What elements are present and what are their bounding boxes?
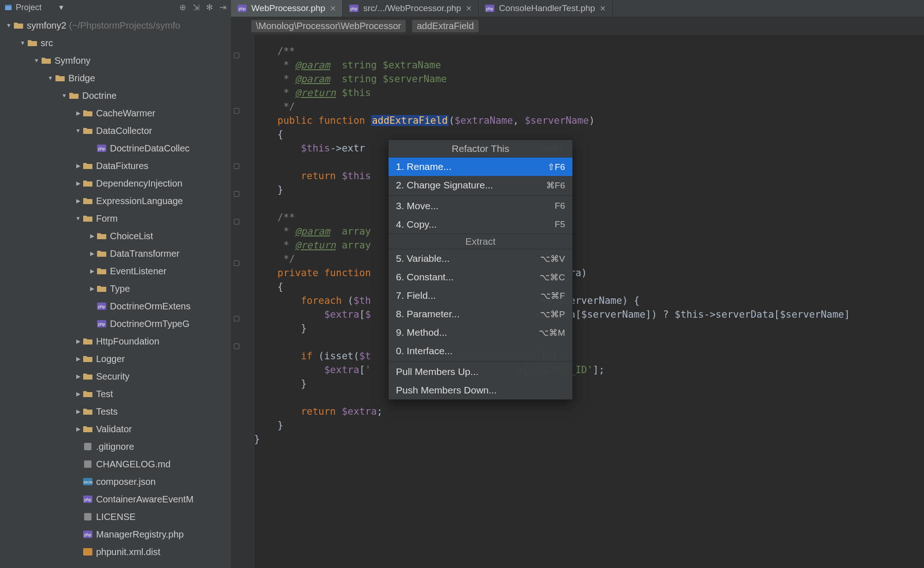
breadcrumb-member[interactable]: addExtraField	[412, 20, 478, 32]
tree-node[interactable]: ▼Bridge	[0, 69, 231, 87]
tree-label: DataTransformer	[110, 248, 179, 259]
project-selector[interactable]: Project ▾	[0, 2, 68, 12]
menu-item-label: 4. Copy...	[396, 219, 437, 230]
disclosure-triangle-icon[interactable]: ▶	[74, 391, 82, 397]
tree-node[interactable]: ▶Security	[0, 368, 231, 385]
menu-item-label: 1. Rename...	[396, 161, 451, 172]
locate-icon[interactable]: ⊕	[179, 2, 186, 12]
tree-node[interactable]: ▼symfony2(~/PhpstormProjects/symfo	[0, 17, 231, 34]
php-file-icon: php	[485, 5, 494, 12]
tree-node[interactable]: ▶Tests	[0, 403, 231, 420]
editor-tab[interactable]: phpsrc/.../WebProcessor.php✕	[343, 0, 479, 17]
txt-icon	[82, 460, 93, 468]
folder-icon	[68, 92, 79, 99]
tree-label: DataFixtures	[96, 161, 148, 171]
folder-icon	[41, 57, 52, 64]
tree-hint: (~/PhpstormProjects/symfo	[69, 20, 181, 31]
tree-node[interactable]: ▶DependencyInjection	[0, 175, 231, 192]
menu-item[interactable]: 9. Method...⌥⌘M	[389, 323, 572, 342]
disclosure-triangle-icon[interactable]: ▶	[74, 110, 82, 116]
menu-item-shortcut: F6	[555, 201, 565, 211]
editor-tab[interactable]: phpWebProcessor.php✕	[231, 0, 343, 17]
tree-node[interactable]: phpContainerAwareEventM	[0, 490, 231, 508]
disclosure-triangle-icon[interactable]: ▼	[18, 40, 27, 46]
tree-node[interactable]: ▶ExpressionLanguage	[0, 192, 231, 210]
disclosure-triangle-icon[interactable]: ▶	[88, 250, 96, 257]
disclosure-triangle-icon[interactable]: ▶	[74, 198, 82, 204]
disclosure-triangle-icon[interactable]: ▶	[74, 180, 82, 187]
hide-icon[interactable]: ⇥	[219, 2, 226, 12]
menu-item[interactable]: 6. Constant...⌥⌘C	[389, 268, 572, 286]
tree-node[interactable]: phpDoctrineOrmTypeG	[0, 315, 231, 332]
collapse-icon[interactable]: ⇲	[193, 2, 200, 12]
disclosure-triangle-icon[interactable]: ▼	[74, 215, 82, 222]
tree-node[interactable]: phpDoctrineDataCollec	[0, 139, 231, 157]
tree-node[interactable]: ▶DataTransformer	[0, 245, 231, 262]
project-tree[interactable]: ▼symfony2(~/PhpstormProjects/symfo▼src▼S…	[0, 15, 231, 568]
editor-tab[interactable]: phpConsoleHandlerTest.php✕	[479, 0, 613, 17]
tree-node[interactable]: ▶Type	[0, 280, 231, 297]
disclosure-triangle-icon[interactable]: ▶	[74, 163, 82, 169]
tree-node[interactable]: ▶EventListener	[0, 262, 231, 280]
disclosure-triangle-icon[interactable]: ▼	[60, 92, 68, 99]
disclosure-triangle-icon[interactable]: ▶	[74, 408, 82, 415]
tree-label: .gitignore	[96, 441, 134, 452]
tree-node[interactable]: ▶Test	[0, 385, 231, 403]
menu-item[interactable]: 3. Move...F6	[389, 197, 572, 215]
tree-node[interactable]: ▼DataCollector	[0, 122, 231, 139]
tree-node[interactable]: ▶DataFixtures	[0, 157, 231, 175]
disclosure-triangle-icon[interactable]: ▶	[88, 268, 96, 274]
disclosure-triangle-icon[interactable]: ▶	[74, 356, 82, 362]
docblock-return: $this	[342, 87, 371, 98]
disclosure-triangle-icon[interactable]: ▼	[5, 22, 13, 29]
tree-node[interactable]: .gitignore	[0, 438, 231, 455]
disclosure-triangle-icon[interactable]: ▼	[32, 57, 41, 64]
disclosure-triangle-icon[interactable]: ▶	[74, 373, 82, 380]
tree-node[interactable]: phpDoctrineOrmExtens	[0, 297, 231, 315]
popup-title: Refactor This	[389, 140, 572, 157]
menu-item[interactable]: Pull Members Up...	[389, 363, 572, 381]
tree-label: Type	[110, 284, 130, 294]
tree-node[interactable]: LICENSE	[0, 508, 231, 526]
close-icon[interactable]: ✕	[600, 4, 606, 13]
tree-node[interactable]: phpManagerRegistry.php	[0, 526, 231, 543]
menu-item[interactable]: 5. Variable...⌥⌘V	[389, 249, 572, 268]
menu-item[interactable]: 2. Change Signature...⌘F6	[389, 176, 572, 194]
tree-node[interactable]: ▶Logger	[0, 350, 231, 368]
close-icon[interactable]: ✕	[330, 4, 336, 13]
tree-label: Doctrine	[82, 91, 116, 101]
tree-node[interactable]: ▼Symfony	[0, 52, 231, 69]
close-icon[interactable]: ✕	[466, 4, 472, 13]
menu-item[interactable]: 0. Interface...	[389, 342, 572, 360]
tree-node[interactable]: ▶Validator	[0, 420, 231, 438]
menu-item[interactable]: 4. Copy...F5	[389, 215, 572, 234]
disclosure-triangle-icon[interactable]: ▶	[88, 285, 96, 292]
breadcrumb-path[interactable]: \Monolog\Processor\WebProcessor	[251, 20, 406, 32]
editor-code[interactable]: /** * @param string $extraName * @param …	[254, 35, 924, 568]
disclosure-triangle-icon[interactable]: ▶	[74, 426, 82, 432]
menu-item[interactable]: Push Members Down...	[389, 381, 572, 399]
tree-node[interactable]: CHANGELOG.md	[0, 455, 231, 473]
project-label: Project	[16, 3, 42, 12]
tree-node[interactable]: ▶ChoiceList	[0, 227, 231, 245]
menu-item-shortcut: ⌥⌘P	[540, 309, 565, 320]
disclosure-triangle-icon[interactable]: ▶	[74, 338, 82, 344]
php-icon: php	[82, 495, 93, 503]
menu-item[interactable]: 1. Rename...⇧F6	[389, 157, 572, 176]
disclosure-triangle-icon[interactable]: ▼	[46, 75, 55, 81]
tree-node[interactable]: ▶CacheWarmer	[0, 104, 231, 122]
folder-icon	[96, 267, 107, 275]
disclosure-triangle-icon[interactable]: ▶	[88, 233, 96, 239]
menu-item[interactable]: 8. Parameter...⌥⌘P	[389, 305, 572, 323]
tree-node[interactable]: ▼Form	[0, 210, 231, 227]
folder-icon	[82, 215, 93, 222]
menu-item[interactable]: 7. Field...⌥⌘F	[389, 286, 572, 305]
tree-node[interactable]: JSONcomposer.json	[0, 473, 231, 490]
tree-node[interactable]: ▶HttpFoundation	[0, 332, 231, 350]
disclosure-triangle-icon[interactable]: ▼	[74, 127, 82, 134]
gear-icon[interactable]: ✻	[206, 2, 213, 12]
tree-node[interactable]: ▼src	[0, 34, 231, 52]
tree-label: Logger	[96, 354, 125, 364]
tree-node[interactable]: ▼Doctrine	[0, 87, 231, 104]
tree-node[interactable]: phpunit.xml.dist	[0, 543, 231, 561]
